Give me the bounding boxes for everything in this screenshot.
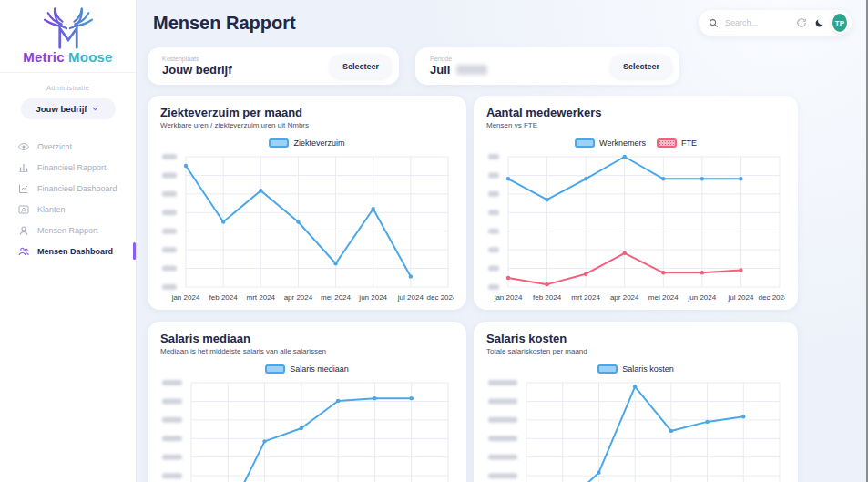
legend-swatch (657, 138, 677, 148)
svg-text:mei 2024: mei 2024 (321, 293, 351, 302)
moose-logo-icon (26, 5, 110, 51)
search-input[interactable] (725, 18, 791, 27)
sidebar-item-financieel-rapport[interactable]: Financieel Rapport (0, 157, 136, 178)
chart-subtitle: Mediaan is het middelste salaris van all… (160, 347, 454, 355)
sidebar-item-label: Overzicht (37, 142, 72, 151)
filter-row: Kostenplaats Jouw bedrijf Selecteer Peri… (148, 47, 857, 85)
users-icon (18, 246, 29, 257)
filter-label: Periode (430, 56, 487, 62)
company-selector-label: Jouw bedrijf (36, 104, 87, 114)
filter-value: Jouw bedrijf (162, 63, 232, 77)
chart-card-aantal-medewerkers: Aantal medewerkers Mensen vs FTE Werknem… (474, 96, 798, 310)
search-bar: TP (699, 10, 852, 36)
chart-card-salaris-kosten: Salaris kosten Totale salariskosten per … (474, 322, 798, 482)
svg-text:feb 2024: feb 2024 (209, 293, 239, 302)
svg-text:mei 2024: mei 2024 (648, 293, 679, 302)
svg-text:jan 2024: jan 2024 (494, 293, 523, 302)
search-icon (708, 15, 720, 30)
page-title: Mensen Rapport (153, 13, 296, 34)
svg-text:feb 2024: feb 2024 (533, 293, 562, 302)
topbar: Mensen Rapport TP (148, 0, 857, 46)
sidebar-item-mensen-dashboard[interactable]: Mensen Dashboard (0, 241, 136, 262)
sidebar-item-overzicht[interactable]: Overzicht (0, 136, 136, 157)
legend-swatch (597, 364, 618, 374)
sidebar: Metric Moose Administratie Jouw bedrijf … (0, 0, 137, 482)
sidebar-item-label: Mensen Rapport (37, 226, 98, 235)
chart-legend: Salaris kosten (486, 362, 785, 375)
id-card-icon (18, 204, 29, 215)
filter-card-kostenplaats: Kostenplaats Jouw bedrijf Selecteer (148, 47, 399, 85)
svg-text:mrt 2024: mrt 2024 (571, 293, 600, 302)
legend-item[interactable]: FTE (657, 138, 697, 148)
legend-label: FTE (681, 138, 697, 148)
chart-plot: jan 2024feb 2024mrt 2024apr 2024mei 2024… (160, 377, 454, 482)
chart-plot: jan 2024feb 2024mrt 2024apr 2024mei 2024… (160, 151, 454, 306)
eye-icon (18, 141, 29, 152)
sidebar-nav: Overzicht Financieel Rapport Financieel … (0, 136, 136, 262)
app-window: Metric Moose Administratie Jouw bedrijf … (0, 0, 868, 482)
svg-text:jul 2024: jul 2024 (397, 293, 424, 302)
legend-swatch (269, 138, 289, 148)
dark-mode-moon-icon[interactable] (813, 15, 825, 30)
filter-label: Kostenplaats (162, 56, 232, 62)
legend-swatch (265, 364, 285, 374)
legend-label: Salaris mediaan (290, 364, 349, 374)
filter-card-periode: Periode Juli Selecteer (415, 47, 679, 85)
brand-name: Metric Moose (0, 49, 136, 65)
svg-text:dec 2024: dec 2024 (427, 293, 454, 302)
charts-grid: Ziekteverzuim per maand Werkbare uren / … (148, 96, 857, 482)
chart-card-salaris-mediaan: Salaris mediaan Mediaan is het middelste… (148, 322, 466, 482)
chart-title: Salaris kosten (486, 332, 785, 345)
sidebar-section-label: Administratie (0, 84, 136, 92)
sidebar-item-label: Klanten (37, 205, 66, 214)
company-selector[interactable]: Jouw bedrijf (21, 98, 116, 119)
kostenplaats-selecteer-button[interactable]: Selecteer (330, 55, 392, 78)
chart-subtitle: Werkbare uren / ziekteverzuim uren uit N… (160, 121, 454, 129)
periode-month: Juli (430, 63, 450, 77)
chart-subtitle: Mensen vs FTE (486, 121, 785, 129)
svg-text:jun 2024: jun 2024 (688, 293, 717, 302)
legend-item[interactable]: Werknemers (575, 138, 646, 148)
chart-title: Aantal medewerkers (486, 106, 785, 119)
filter-value: Juli (430, 63, 487, 77)
bar-chart-icon (18, 162, 29, 173)
legend-item[interactable]: Salaris mediaan (265, 364, 349, 374)
sidebar-item-mensen-rapport[interactable]: Mensen Rapport (0, 220, 136, 241)
sidebar-item-label: Mensen Dashboard (37, 247, 113, 256)
legend-item[interactable]: Ziekteverzuim (269, 138, 344, 148)
chart-card-ziekteverzuim: Ziekteverzuim per maand Werkbare uren / … (148, 96, 466, 310)
legend-item[interactable]: Salaris kosten (597, 364, 674, 374)
sidebar-item-label: Financieel Dashboard (37, 184, 117, 193)
chart-legend: Ziekteverzuim (160, 136, 454, 149)
legend-label: Ziekteverzuim (293, 138, 344, 148)
chevron-down-icon (91, 105, 99, 113)
svg-text:dec 2024: dec 2024 (759, 293, 785, 302)
periode-year-redacted (456, 65, 487, 75)
sidebar-item-financieel-dashboard[interactable]: Financieel Dashboard (0, 178, 136, 199)
legend-label: Salaris kosten (622, 364, 674, 374)
avatar[interactable]: TP (831, 12, 849, 34)
legend-label: Werknemers (599, 138, 646, 148)
svg-text:mrt 2024: mrt 2024 (246, 293, 275, 302)
svg-text:jun 2024: jun 2024 (358, 293, 387, 302)
chart-title: Ziekteverzuim per maand (160, 106, 454, 119)
chart-legend: Salaris mediaan (160, 362, 454, 375)
chart-subtitle: Totale salariskosten per maand (486, 347, 785, 355)
chart-plot: jan 2024feb 2024mrt 2024apr 2024mei 2024… (486, 151, 785, 306)
user-icon (18, 225, 29, 236)
chart-plot: jan 2024feb 2024mrt 2024apr 2024mei 2024… (486, 377, 785, 482)
svg-text:apr 2024: apr 2024 (610, 293, 639, 302)
sidebar-item-label: Financieel Rapport (37, 163, 107, 172)
svg-text:jul 2024: jul 2024 (727, 293, 754, 302)
refresh-icon[interactable] (796, 15, 808, 30)
svg-text:apr 2024: apr 2024 (284, 293, 313, 302)
line-chart-icon (18, 183, 29, 194)
legend-swatch (575, 138, 595, 148)
svg-text:jan 2024: jan 2024 (171, 293, 200, 302)
periode-selecteer-button[interactable]: Selecteer (610, 55, 672, 78)
chart-title: Salaris mediaan (160, 332, 454, 345)
brand-first: Metric (23, 49, 68, 65)
main-content: Mensen Rapport TP Kostenplaats Jouw (137, 0, 868, 482)
sidebar-item-klanten[interactable]: Klanten (0, 199, 136, 220)
brand-logo: Metric Moose (0, 0, 136, 73)
